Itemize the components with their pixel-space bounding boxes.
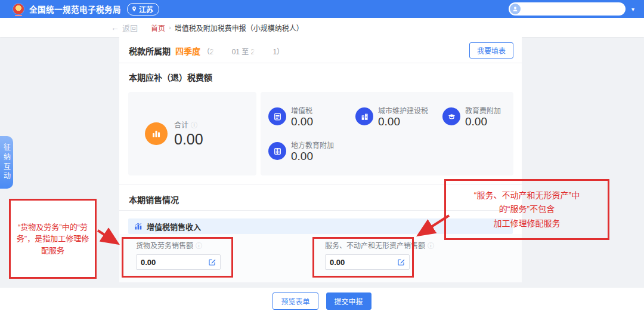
- info-icon[interactable]: ⓘ: [191, 120, 197, 130]
- tax-item-label: 增值税: [291, 105, 312, 115]
- info-icon[interactable]: ⓘ: [428, 241, 434, 250]
- sales-section-title: 本期销售情况: [129, 193, 179, 205]
- bar-chart-icon: [145, 122, 168, 145]
- services-field-highlight-box: [312, 237, 414, 278]
- tax-item-local-education: 地方教育附加 0.00: [268, 134, 355, 168]
- tax-item-city-tax: 城市维护建设税 0.00: [355, 99, 442, 134]
- invoice-icon: [268, 107, 286, 125]
- total-amount-card: 合计 ⓘ 0.00: [128, 92, 256, 175]
- location-label: 江苏: [139, 4, 153, 14]
- breadcrumb-separator: ›: [169, 24, 171, 31]
- right-annotation-note: “服务、不动产和无形资产”中 的“服务”不包含 加工修理修配服务: [444, 179, 609, 240]
- submit-declaration-button[interactable]: 提交申报: [326, 292, 371, 310]
- tax-item-education: 教育费附加 0.00: [442, 99, 514, 134]
- tax-period-quarter: 四季度: [175, 45, 200, 57]
- sales-chart-icon: [134, 222, 143, 230]
- location-pin-icon: [131, 6, 137, 12]
- footer-action-bar: 预览表单 提交申报: [0, 288, 644, 311]
- right-note-line: 加工修理修配服务: [494, 217, 561, 230]
- tax-item-value: 0.00: [378, 115, 428, 128]
- redacted-date: [214, 49, 232, 56]
- page: 全国统一规范电子税务局 江苏 ▾ ← 返回 首页 › 增值税及附加税费申报（小规…: [0, 0, 644, 311]
- divider: [119, 63, 522, 63]
- tax-item-value: 0.00: [291, 150, 334, 163]
- preview-form-button[interactable]: 预览表单: [273, 292, 318, 310]
- ledger-icon: [268, 142, 286, 160]
- back-arrow-icon[interactable]: ←: [111, 23, 119, 32]
- fill-form-button[interactable]: 我要填表: [469, 42, 513, 58]
- right-note-line: “服务、不动产和无形资产”中: [474, 189, 580, 202]
- total-value: 0.00: [174, 131, 203, 148]
- app-header: 全国统一规范电子税务局 江苏 ▾: [0, 0, 644, 18]
- breadcrumb-home[interactable]: 首页: [151, 23, 165, 33]
- location-badge[interactable]: 江苏: [127, 3, 159, 16]
- graduation-cap-icon: [442, 107, 460, 125]
- tax-amount-section-title: 本期应补（退）税费额: [129, 71, 212, 83]
- tax-item-value: 0.00: [465, 115, 501, 128]
- tax-period-range: （201 至 21）: [203, 46, 284, 56]
- tax-period-label: 税款所属期: [129, 45, 171, 57]
- user-account-box[interactable]: [509, 2, 626, 16]
- user-avatar-icon: [510, 4, 521, 14]
- left-annotation-arrow: [98, 230, 117, 243]
- tax-item-label: 教育费附加: [465, 105, 501, 115]
- chevron-down-icon[interactable]: ▾: [631, 6, 634, 13]
- tax-item-vat: 增值税 0.00: [268, 99, 355, 134]
- left-annotation-note: “货物及劳务”中的“劳务”，是指加工修理修配服务: [9, 199, 97, 279]
- breadcrumb: ← 返回 首页 › 增值税及附加税费申报（小规模纳税人）: [0, 18, 644, 37]
- interaction-side-tab[interactable]: 征纳互动: [0, 136, 13, 189]
- tax-item-label: 地方教育附加: [291, 140, 334, 150]
- right-note-line: 的“服务”不包含: [499, 202, 555, 216]
- total-label: 合计: [174, 119, 188, 130]
- national-emblem-icon: [13, 4, 24, 14]
- tax-item-label: 城市维护建设税: [378, 105, 428, 115]
- goods-field-highlight-box: [122, 237, 233, 278]
- vat-sales-title: 增值税销售收入: [147, 221, 201, 232]
- back-button[interactable]: 返回: [122, 22, 138, 33]
- redacted-date: [255, 49, 273, 56]
- tax-period-row: 税款所属期 四季度 （201 至 21）: [129, 45, 284, 57]
- tax-item-value: 0.00: [291, 115, 313, 128]
- tax-items-card: 增值税 0.00 城市维护建设税 0.00 教育费附加: [261, 92, 513, 175]
- app-title: 全国统一规范电子税务局: [29, 3, 121, 15]
- breadcrumb-current: 增值税及附加税费申报（小规模纳税人）: [175, 23, 304, 33]
- building-icon: [355, 107, 373, 125]
